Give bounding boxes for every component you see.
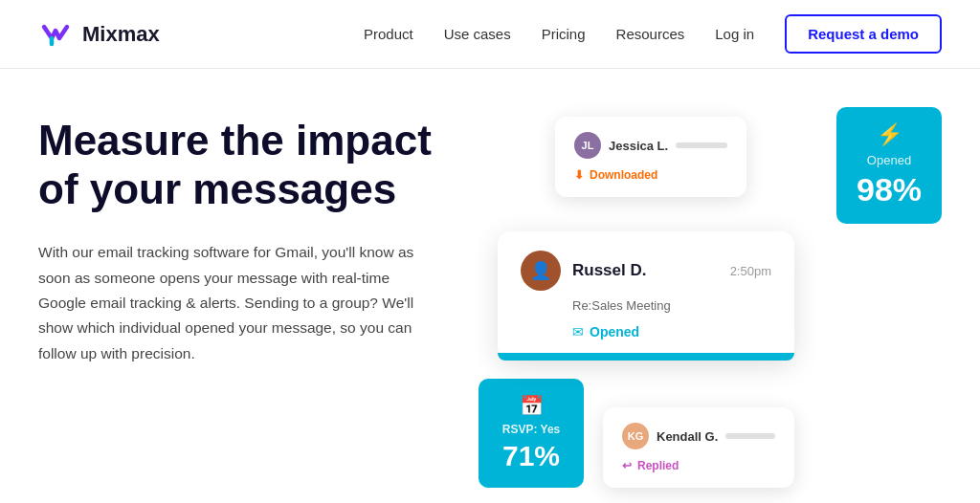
nav-pricing[interactable]: Pricing: [542, 26, 586, 42]
nav-resources[interactable]: Resources: [616, 26, 685, 42]
jessica-name: Jessica L.: [609, 139, 668, 153]
card-rsvp-stat: 📅 RSVP: Yes 71%: [479, 379, 584, 488]
decorative-line-kendall: [725, 433, 775, 439]
nav-product[interactable]: Product: [364, 26, 413, 42]
download-icon: ⬇: [574, 168, 584, 182]
jessica-status: ⬇ Downloaded: [574, 168, 727, 182]
russel-status-text: Opened: [590, 324, 639, 339]
opened-value: 98%: [848, 171, 930, 208]
lightning-icon: ⚡: [848, 122, 930, 147]
envelope-icon: ✉: [572, 324, 584, 339]
reply-icon: ↩: [622, 459, 632, 472]
logo-text: Mixmax: [82, 22, 160, 47]
card-russel: 👤 Russel D. 2:50pm Re:Sales Meeting ✉ Op…: [498, 231, 794, 361]
russel-subject: Re:Sales Meeting: [572, 298, 771, 313]
rsvp-label: RSVP: Yes: [490, 423, 572, 436]
header: Mixmax Product Use cases Pricing Resourc…: [0, 0, 980, 69]
hero-text: Measure the impact of your messages With…: [38, 107, 479, 503]
calendar-icon: 📅: [490, 394, 572, 417]
kendall-name: Kendall G.: [657, 429, 718, 444]
russel-name: Russel D.: [572, 261, 646, 280]
hero-subtext: With our email tracking software for Gma…: [38, 240, 440, 366]
avatar-russel: 👤: [521, 251, 561, 291]
russel-card-bottom-bar: [498, 353, 794, 361]
russel-time: 2:50pm: [730, 264, 771, 278]
main-nav: Product Use cases Pricing Resources Log …: [364, 14, 942, 54]
logo-icon: [38, 17, 73, 52]
logo[interactable]: Mixmax: [38, 17, 160, 52]
hero-headline: Measure the impact of your messages: [38, 117, 479, 213]
card-opened-stat: ⚡ Opened 98%: [836, 107, 942, 224]
nav-use-cases[interactable]: Use cases: [444, 26, 511, 42]
hero-illustration: JL Jessica L. ⬇ Downloaded ⚡ Opened 98% …: [479, 98, 942, 503]
nav-login[interactable]: Log in: [715, 26, 754, 42]
opened-label: Opened: [848, 153, 930, 167]
russel-left: 👤 Russel D.: [521, 251, 646, 291]
card-jessica: JL Jessica L. ⬇ Downloaded: [555, 117, 746, 197]
avatar-kendall: KG: [622, 423, 649, 449]
nav-demo[interactable]: Request a demo: [785, 14, 942, 54]
main-content: Measure the impact of your messages With…: [0, 69, 980, 503]
rsvp-value: 71%: [490, 440, 572, 472]
decorative-line: [676, 142, 727, 148]
avatar-jessica: JL: [574, 132, 601, 159]
kendall-status: ↩ Replied: [622, 459, 775, 472]
card-kendall: KG Kendall G. ↩ Replied: [603, 407, 794, 488]
russel-status: ✉ Opened: [572, 324, 771, 339]
